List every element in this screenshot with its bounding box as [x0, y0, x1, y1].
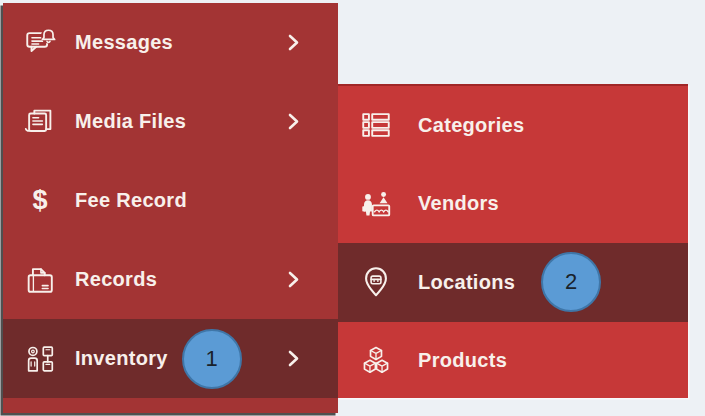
sidebar-item-label: Media Files [75, 110, 186, 133]
sidebar-item-label: Inventory [75, 347, 168, 370]
sidebar-item-messages[interactable]: Messages [3, 3, 338, 82]
submenu-item-label: Vendors [418, 192, 499, 215]
categories-icon [358, 108, 394, 142]
chevron-right-icon [287, 112, 300, 131]
messages-icon [22, 26, 58, 60]
step-1-annotation-circle: 1 [182, 329, 242, 389]
submenu-item-label: Locations [418, 271, 515, 294]
sidebar-menu: Messages Media Files $ [3, 3, 338, 413]
screenshot-canvas: Messages Media Files $ [0, 0, 705, 416]
chevron-right-icon [287, 349, 300, 368]
products-icon [358, 344, 394, 378]
sidebar-item-records[interactable]: Records [3, 240, 338, 319]
sidebar-item-label: Messages [75, 31, 173, 54]
sidebar-item-label: Fee Record [75, 189, 187, 212]
records-icon [22, 263, 58, 297]
chevron-right-icon [287, 33, 300, 52]
inventory-icon [22, 342, 58, 376]
submenu-item-products[interactable]: Products [338, 322, 688, 401]
inventory-submenu: Categories Vendors [338, 84, 688, 398]
submenu-item-vendors[interactable]: Vendors [338, 165, 688, 244]
submenu-item-label: Categories [418, 114, 524, 137]
submenu-item-locations[interactable]: Locations 2 [338, 243, 688, 322]
dollar-icon: $ [22, 187, 58, 214]
submenu-item-categories[interactable]: Categories [338, 86, 688, 165]
media-files-icon [22, 105, 58, 139]
sidebar-item-fee-record[interactable]: $ Fee Record [3, 161, 338, 240]
submenu-item-label: Products [418, 349, 507, 372]
sidebar-item-media-files[interactable]: Media Files [3, 82, 338, 161]
vendors-icon [358, 187, 394, 221]
step-2-annotation-circle: 2 [541, 252, 601, 312]
chevron-right-icon [287, 270, 300, 289]
location-pin-icon [358, 265, 394, 299]
sidebar-item-inventory[interactable]: Inventory 1 [3, 319, 338, 398]
sidebar-item-label: Records [75, 268, 157, 291]
